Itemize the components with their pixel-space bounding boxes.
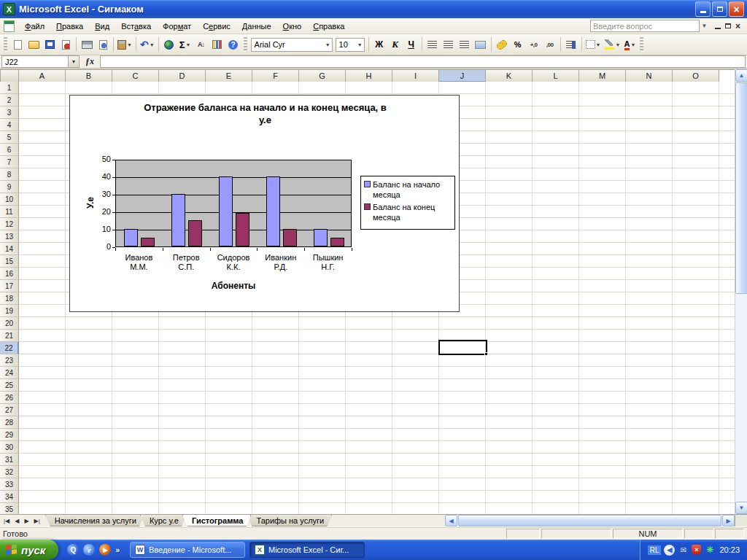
sheet-tab-Курс у.е[interactable]: Курс у.е <box>140 515 187 526</box>
paste-icon[interactable]: ▼ <box>116 36 133 52</box>
row-header-24[interactable]: 24 <box>0 367 19 379</box>
prev-sheet-icon[interactable]: ◀ <box>12 518 21 524</box>
scroll-right-icon[interactable]: ▶ <box>722 515 735 526</box>
row-header-14[interactable]: 14 <box>0 243 19 255</box>
restore-button[interactable] <box>712 1 727 17</box>
row-header-28[interactable]: 28 <box>0 416 19 429</box>
selected-cell[interactable] <box>438 340 487 355</box>
row-header-35[interactable]: 35 <box>0 503 19 514</box>
autosum-icon-dropdown-icon[interactable]: ▼ <box>186 42 191 47</box>
decrease-decimal-button[interactable]: ,00 <box>542 36 558 52</box>
mail-scanner-icon[interactable]: ✉ <box>678 545 689 556</box>
menu-item-Вставка[interactable]: Вставка <box>115 20 157 33</box>
column-header-H[interactable]: H <box>346 70 392 82</box>
italic-button[interactable]: K <box>387 36 403 52</box>
close-button[interactable]: × <box>729 1 744 17</box>
language-indicator[interactable]: RL <box>648 545 662 555</box>
currency-button[interactable] <box>494 36 510 52</box>
align-left-button[interactable] <box>425 36 441 52</box>
column-header-L[interactable]: L <box>533 70 579 82</box>
column-header-J[interactable]: J <box>439 70 486 82</box>
row-header-9[interactable]: 9 <box>0 181 19 193</box>
last-sheet-icon[interactable]: ▶| <box>32 518 42 524</box>
column-header-F[interactable]: F <box>252 70 299 82</box>
row-header-33[interactable]: 33 <box>0 478 19 491</box>
scroll-up-icon[interactable]: ▲ <box>735 69 747 82</box>
sheet-tab-Гистограмма[interactable]: Гистограмма <box>182 515 251 526</box>
menu-item-Файл[interactable]: Файл <box>19 20 50 33</box>
row-header-30[interactable]: 30 <box>0 441 19 454</box>
font-name-combo-dropdown-icon[interactable]: ▼ <box>322 42 330 47</box>
row-header-18[interactable]: 18 <box>0 292 19 305</box>
workbook-icon[interactable] <box>4 20 15 32</box>
row-header-32[interactable]: 32 <box>0 466 19 478</box>
font-name-combo[interactable]: Arial Cyr▼ <box>251 38 333 52</box>
paste-icon-dropdown-icon[interactable]: ▼ <box>127 42 132 47</box>
borders-button-dropdown-icon[interactable]: ▼ <box>596 42 601 47</box>
new-document-icon[interactable] <box>9 36 26 52</box>
toolbar-options[interactable] <box>244 37 247 52</box>
hyperlink-icon[interactable] <box>161 36 177 52</box>
row-header-34[interactable]: 34 <box>0 491 19 503</box>
permission-icon[interactable] <box>58 36 74 52</box>
toolbar-grip[interactable] <box>4 37 7 52</box>
indent-button[interactable] <box>563 36 579 52</box>
save-icon[interactable] <box>42 36 58 52</box>
scroll-left-icon[interactable]: ◀ <box>445 515 457 526</box>
row-header-2[interactable]: 2 <box>0 94 19 106</box>
autosum-icon[interactable]: Σ▼ <box>177 36 193 52</box>
row-header-6[interactable]: 6 <box>0 144 19 156</box>
row-header-7[interactable]: 7 <box>0 156 19 168</box>
column-header-I[interactable]: I <box>392 70 439 82</box>
column-header-K[interactable]: K <box>486 70 533 82</box>
underline-button[interactable]: Ч <box>403 36 419 52</box>
column-header-B[interactable]: B <box>66 70 112 82</box>
font-size-combo-dropdown-icon[interactable]: ▼ <box>355 42 363 47</box>
chart-wizard-icon[interactable] <box>209 36 225 52</box>
toolbar-options-2[interactable] <box>640 37 643 52</box>
column-header-A[interactable]: A <box>19 70 66 82</box>
row-header-19[interactable]: 19 <box>0 305 19 317</box>
horizontal-scrollbar[interactable]: ◀ ▶ <box>445 515 735 526</box>
row-header-25[interactable]: 25 <box>0 379 19 392</box>
row-header-3[interactable]: 3 <box>0 106 19 119</box>
row-header-15[interactable]: 15 <box>0 255 19 268</box>
row-header-26[interactable]: 26 <box>0 392 19 404</box>
row-header-31[interactable]: 31 <box>0 454 19 466</box>
task-button-excel[interactable]: XMicrosoft Excel - Сиг... <box>249 542 365 558</box>
quicklaunch-more-icon[interactable]: » <box>115 546 120 554</box>
menu-item-Справка[interactable]: Справка <box>307 20 350 33</box>
vertical-scrollbar[interactable]: ▲ ▼ <box>735 69 747 514</box>
row-header-1[interactable]: 1 <box>0 82 19 94</box>
menu-item-Данные[interactable]: Данные <box>236 20 277 33</box>
menu-item-Вид[interactable]: Вид <box>89 20 115 33</box>
print-icon[interactable] <box>79 36 95 52</box>
menu-item-Окно[interactable]: Окно <box>277 20 308 33</box>
column-header-N[interactable]: N <box>626 70 673 82</box>
row-header-5[interactable]: 5 <box>0 131 19 144</box>
quicklaunch-app-icon[interactable]: Q <box>67 544 79 556</box>
row-header-8[interactable]: 8 <box>0 168 19 181</box>
scroll-down-icon[interactable]: ▼ <box>735 502 747 514</box>
task-button-word[interactable]: WВведение - Microsoft... <box>130 542 245 558</box>
borders-button[interactable]: ▼ <box>584 36 603 52</box>
row-header-13[interactable]: 13 <box>0 230 19 243</box>
minimize-button[interactable] <box>695 1 711 17</box>
row-header-10[interactable]: 10 <box>0 193 19 206</box>
horizontal-scrollbar-thumb[interactable] <box>458 515 721 526</box>
doc-restore-button[interactable] <box>725 23 731 28</box>
first-sheet-icon[interactable]: |◀ <box>1 518 12 524</box>
percent-button[interactable]: % <box>510 36 526 52</box>
merge-center-button[interactable] <box>473 36 489 52</box>
row-header-4[interactable]: 4 <box>0 119 19 131</box>
hide-icons-chevron[interactable]: ◀ <box>664 545 675 556</box>
align-center-button[interactable] <box>441 36 457 52</box>
row-header-21[interactable]: 21 <box>0 330 19 342</box>
row-header-16[interactable]: 16 <box>0 268 19 280</box>
security-shield-icon[interactable]: × <box>692 545 701 555</box>
row-header-23[interactable]: 23 <box>0 354 19 367</box>
formula-input[interactable] <box>100 55 746 68</box>
vertical-scrollbar-thumb[interactable] <box>735 82 747 294</box>
name-box-dropdown-icon[interactable]: ▼ <box>69 55 80 68</box>
sort-ascending-icon[interactable]: А↓ <box>193 36 209 52</box>
